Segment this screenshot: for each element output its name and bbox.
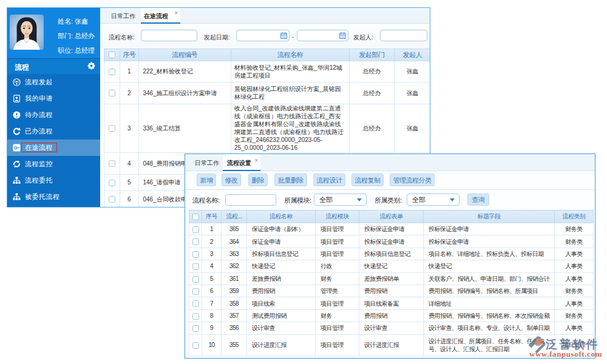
row-checkbox[interactable] (109, 180, 115, 186)
sidebar-item-process-delegation[interactable]: 流程委托 (7, 172, 100, 189)
row-checkbox[interactable] (192, 288, 199, 295)
row-checkbox[interactable] (192, 263, 199, 270)
row-checkbox[interactable] (192, 226, 199, 233)
sidebar-item-process-start[interactable]: 流程发起 (7, 74, 100, 90)
table-row[interactable]: 5 361 差旅费报销 财务 差旅费报销单 关联客户、报销人、申请日期、部门、报… (189, 272, 594, 285)
calendar-icon[interactable] (339, 32, 346, 39)
process-design-button[interactable]: 流程设计 (313, 174, 345, 186)
cell-num: 4 (120, 152, 139, 174)
table-row[interactable]: 4 362 快递登记 行政 快递登记 快递登记 人事类 (189, 260, 594, 272)
cell-module: 项目管理 (316, 248, 359, 260)
manage-category-button[interactable]: 管理流程分类 (390, 174, 435, 186)
cell-form: 投标保证金申请 (359, 235, 424, 248)
category-select[interactable]: 全部 (407, 194, 459, 206)
edit-button[interactable]: 修改 (222, 174, 241, 186)
tab-in-transit-processes[interactable]: 在途流程× (141, 8, 180, 24)
cell-module: 管理类 (316, 285, 359, 297)
bg-tabbar: 日常工作 在途流程× (100, 8, 430, 24)
table-row[interactable]: 6 359 费用报销 管理类 费用报销 费用报销、报销编号、报销名称、所属项目 … (189, 285, 594, 297)
cell-form: 设计进度汇报 (359, 334, 424, 356)
fg-search-panel: 流程名称: 所属模块: 全部 所属类别: 全部 查询 (185, 190, 595, 210)
table-row[interactable]: 3 363 投标项目信息登记 项目管理 投标项目信息登记 项目名称、详细地址、投… (189, 248, 594, 260)
tab-process-settings[interactable]: 流程设置× (223, 154, 260, 171)
sidebar-item-pending-processes[interactable]: 待办流程 (7, 107, 100, 123)
table-row[interactable]: 2 346_施工组织设计方案申请 晨铭园林绿化工程组织设计方案_晨铭园林绿化工程… (104, 82, 430, 104)
row-checkbox[interactable] (192, 325, 199, 332)
col-header-fields: 标题字段 (424, 211, 555, 223)
table-row[interactable]: 7 358 项目线索 项目管理 项目线索备案 详细地址 人事类 (189, 297, 594, 309)
row-checkbox[interactable] (192, 238, 199, 245)
tab-daily-work[interactable]: 日常工作 (100, 8, 141, 24)
table-row[interactable]: 8 357 测试费用报销 财务 费用报销 费用报销、报销编号、报销名称、本次报销… (189, 309, 594, 322)
row-checkbox[interactable] (192, 313, 199, 320)
table-row[interactable]: 1 222_材料验收登记 材料验收登记_材料采购_张鑫_华润12城房建工程项目 … (104, 61, 430, 82)
row-checkbox-cell (104, 61, 120, 82)
sidebar-item-process-monitor[interactable]: 流程监控 (7, 156, 100, 172)
select-all-checkbox[interactable] (192, 214, 199, 220)
table-row[interactable]: 1 365 保证金申请（副本） 项目管理 投标保证金申请 投标保证金申请 财务类 (189, 223, 594, 235)
add-button[interactable]: 新增 (197, 174, 216, 186)
cell-person: 张鑫 (395, 104, 431, 152)
tab-daily-work[interactable]: 日常工作 (185, 154, 223, 171)
process-name-label: 流程名称: (192, 196, 220, 205)
row-checkbox[interactable] (109, 160, 115, 167)
cell-name: 保证金申请 (247, 235, 316, 248)
table-row[interactable]: 2 364 保证金申请 项目管理 投标保证金申请 投标保证金申请 财务类 (189, 235, 594, 248)
cell-category: 人事类 (555, 248, 594, 260)
row-checkbox[interactable] (192, 276, 199, 283)
col-header-person: 发起人 (395, 49, 431, 61)
calendar-icon[interactable] (280, 32, 287, 39)
col-header-num: 序号 (202, 211, 222, 223)
avatar (10, 15, 44, 50)
row-checkbox-cell (189, 322, 202, 334)
sidebar-item-completed-processes[interactable]: 已办流程 (7, 123, 100, 140)
cell-fields: 快递登记 (424, 260, 555, 272)
date-range-separator: - (292, 33, 294, 40)
row-checkbox[interactable] (192, 251, 199, 258)
cell-module: 财务 (316, 272, 359, 285)
date-from-input[interactable] (236, 30, 290, 41)
cell-num: 7 (202, 297, 222, 309)
tab-label: 在途流程 (144, 13, 168, 19)
cell-num: 1 (120, 61, 139, 82)
delete-button[interactable]: 删除 (248, 174, 268, 186)
close-icon[interactable]: × (254, 158, 258, 164)
query-button[interactable]: 查询 (467, 194, 489, 206)
module-select[interactable]: 全部 (314, 194, 367, 206)
cell-name: 设计审查 (247, 322, 316, 334)
desktop: 姓名: 张鑫 部门: 总经办 职位: 总经理 流程 (0, 0, 607, 364)
close-icon[interactable]: × (174, 10, 178, 16)
select-all-checkbox-cell (189, 211, 202, 223)
row-checkbox[interactable] (192, 342, 199, 349)
row-checkbox[interactable] (109, 125, 115, 132)
table-row[interactable]: 9 356 设计审查 项目管理 设计审查 设计审查、项目名称、专业、设计人、制单… (189, 322, 594, 334)
sidebar-item-delegated-processes[interactable]: 被委托流程 (7, 189, 100, 205)
process-name-input[interactable] (225, 194, 276, 206)
sidebar-item-in-transit-processes[interactable]: G + 在途流程 (7, 140, 100, 156)
sidebar-item-label: 流程监控 (25, 160, 53, 167)
cell-name: 差旅费报销 (247, 272, 316, 285)
row-checkbox[interactable] (109, 90, 115, 96)
process-name-input[interactable] (141, 30, 197, 41)
table-row[interactable]: 3 336_竣工结算 收入合同_改建铁路成渝线增建第二直通线（成渝枢纽）电力线路… (104, 104, 430, 152)
redo-arrow-icon (13, 127, 21, 135)
cell-category: 财务类 (555, 309, 594, 322)
cell-form: 费用报销 (359, 285, 424, 297)
sidebar-item-my-applications[interactable]: 我的申请 (7, 90, 100, 107)
select-all-checkbox[interactable] (109, 52, 115, 58)
caret-down-icon (450, 198, 455, 201)
cell-num: 10 (202, 334, 222, 356)
row-checkbox[interactable] (109, 69, 115, 75)
initiator-input[interactable] (380, 30, 427, 41)
select-all-checkbox-cell (104, 49, 120, 61)
batch-delete-button[interactable]: 批量删除 (274, 174, 307, 186)
caret-down-icon (357, 198, 362, 201)
gear-icon[interactable] (87, 62, 95, 70)
cell-category: 财务类 (555, 285, 594, 297)
date-to-input[interactable] (297, 30, 348, 41)
process-copy-button[interactable]: 流程复制 (351, 174, 384, 186)
row-checkbox[interactable] (192, 300, 199, 307)
cell-person: 张鑫 (395, 82, 431, 104)
row-checkbox-cell (189, 248, 202, 260)
row-checkbox[interactable] (109, 196, 115, 203)
